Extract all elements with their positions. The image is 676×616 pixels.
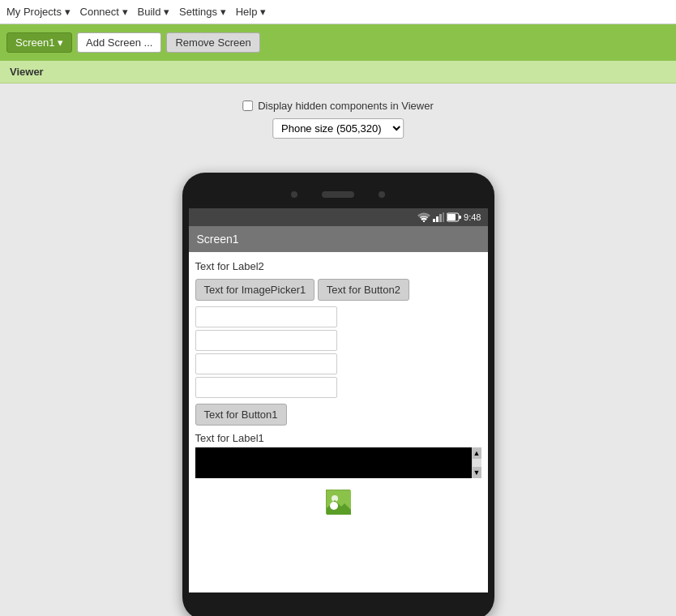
button1[interactable]: Text for Button1 xyxy=(195,404,287,426)
add-screen-button[interactable]: Add Screen ... xyxy=(77,32,161,53)
scroll-down-arrow[interactable]: ▼ xyxy=(473,467,481,478)
main-content: Display hidden components in Viewer Phon… xyxy=(0,83,676,616)
svg-point-0 xyxy=(423,220,425,222)
wifi-icon xyxy=(417,212,430,222)
textbox4[interactable] xyxy=(195,377,337,398)
svg-rect-7 xyxy=(459,216,461,219)
signal-icon xyxy=(433,212,444,222)
phone-size-select[interactable]: Phone size (505,320) Phone size (640,480… xyxy=(272,118,404,139)
phone-camera-icon xyxy=(291,191,297,198)
textbox2[interactable] xyxy=(195,330,337,351)
scroll-bar[interactable]: ▲ ▼ xyxy=(472,447,481,478)
status-icons: 9:48 xyxy=(417,212,481,222)
scroll-up-arrow[interactable]: ▲ xyxy=(473,447,481,459)
scroll-container: ▲ ▼ xyxy=(195,447,481,478)
phone-speaker-icon xyxy=(322,191,354,198)
menu-bar: My Projects ▾ Connect ▾ Build ▾ Settings… xyxy=(0,0,676,24)
app-title-bar: Screen1 xyxy=(189,226,488,252)
hidden-components-row: Display hidden components in Viewer xyxy=(242,100,434,112)
hidden-components-label: Display hidden components in Viewer xyxy=(258,100,434,112)
scroll-area xyxy=(195,447,481,478)
menu-settings[interactable]: Settings ▾ xyxy=(179,6,226,18)
svg-rect-3 xyxy=(439,214,442,222)
textbox1[interactable] xyxy=(195,306,337,327)
screen-bar: Screen1 ▾ Add Screen ... Remove Screen xyxy=(0,24,676,61)
phone-sensor-icon xyxy=(379,191,385,198)
hidden-components-checkbox[interactable] xyxy=(242,101,253,111)
image-picker-button[interactable]: Text for ImagePicker1 xyxy=(195,279,315,301)
textbox3[interactable] xyxy=(195,353,337,374)
menu-help[interactable]: Help ▾ xyxy=(236,6,266,18)
menu-build[interactable]: Build ▾ xyxy=(138,6,170,18)
status-bar: 9:48 xyxy=(189,208,488,226)
app-content: Text for Label2 Text for ImagePicker1 Te… xyxy=(189,252,488,592)
label2: Text for Label2 xyxy=(195,260,481,272)
image-area xyxy=(195,481,481,522)
phone-top-bar xyxy=(189,187,488,202)
phone-screen: 9:48 Screen1 Text for Label2 Text for Im… xyxy=(189,208,488,592)
svg-rect-6 xyxy=(447,214,456,220)
menu-connect[interactable]: Connect ▾ xyxy=(80,6,128,18)
app-title-text: Screen1 xyxy=(197,233,239,246)
screen1-tab-label: Screen1 ▾ xyxy=(15,36,63,49)
status-time: 9:48 xyxy=(464,212,481,222)
label1: Text for Label1 xyxy=(195,432,481,444)
phone-bottom-bar xyxy=(189,592,488,605)
image-icon xyxy=(326,490,350,514)
phone-outer: 9:48 Screen1 Text for Label2 Text for Im… xyxy=(182,173,494,616)
svg-rect-4 xyxy=(443,212,444,222)
svg-rect-2 xyxy=(436,216,439,222)
viewer-controls: Display hidden components in Viewer Phon… xyxy=(242,100,434,139)
menu-my-projects[interactable]: My Projects ▾ xyxy=(6,6,71,18)
phone-container: 9:48 Screen1 Text for Label2 Text for Im… xyxy=(182,173,494,616)
button2[interactable]: Text for Button2 xyxy=(318,279,409,301)
screen1-tab[interactable]: Screen1 ▾ xyxy=(6,32,72,53)
battery-icon xyxy=(447,212,461,222)
viewer-header: Viewer xyxy=(0,61,676,83)
svg-rect-1 xyxy=(433,219,435,222)
viewer-title: Viewer xyxy=(10,66,44,78)
remove-screen-button[interactable]: Remove Screen xyxy=(166,32,259,53)
